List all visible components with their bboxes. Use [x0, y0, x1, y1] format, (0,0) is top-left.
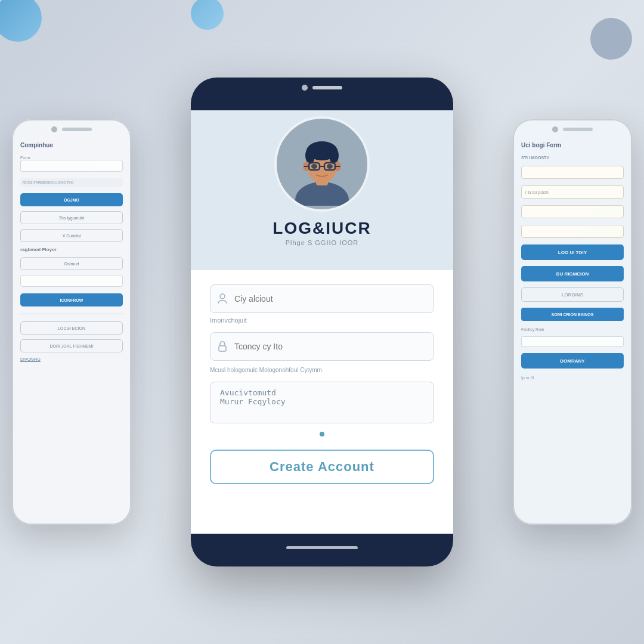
left-description: RCG2 FARBBOIGOU BGO RIO: [20, 178, 123, 187]
right-phone-title: Uci bogi Form: [521, 142, 624, 148]
left-phone-title: Compinhue: [20, 142, 123, 148]
center-bottombar: [191, 534, 453, 566]
center-phone: LOG&IUCR Plhge S GGIIO IOOR Imorivchojui…: [191, 78, 453, 566]
logo-sub-text: Plhge S GGIIO IOOR: [273, 239, 371, 246]
left-field-group: Form: [20, 156, 123, 174]
home-indicator: [286, 546, 358, 549]
username-input-group: [210, 284, 434, 313]
svg-rect-17: [219, 346, 226, 351]
right-input4[interactable]: [521, 225, 624, 238]
center-topbar: [191, 78, 453, 110]
right-phone-header: [513, 119, 632, 137]
left-footer-link[interactable]: DIVONFIG: [20, 357, 123, 361]
dot-indicator: [320, 432, 324, 436]
input-label: Imorivchojuit: [210, 317, 434, 324]
password-input[interactable]: [210, 332, 434, 361]
right-camera: [552, 126, 558, 132]
right-phone: Uci bogi Form STI I MOGSTY r I3 lor pocm…: [513, 119, 632, 525]
left-checkbox-btn: X Curioful: [20, 229, 123, 242]
textarea-label: Mcusl hologomulc Mologonohfoul Cytymm: [210, 367, 434, 373]
right-input1[interactable]: [521, 166, 624, 179]
user-icon: [217, 293, 228, 304]
right-phone-content: Uci bogi Form STI I MOGSTY r I3 lor pocm…: [513, 137, 632, 525]
logo-main-text: LOG&IUCR: [273, 219, 371, 238]
left-speaker: [62, 128, 92, 131]
right-section-label: STI I MOGSTY: [521, 156, 624, 160]
lock-icon: [217, 341, 228, 352]
left-confirm-btn[interactable]: ICONFROW: [20, 293, 123, 306]
left-camera: [51, 126, 57, 132]
left-placeholder1-btn: Ths tygumuht: [20, 211, 123, 224]
left-btn-dgjmo[interactable]: DGJMO: [20, 193, 123, 206]
center-camera: [302, 85, 308, 91]
right-bottom-text: Ip or III: [521, 376, 624, 380]
right-speaker: [563, 128, 593, 131]
center-phone-header: [191, 78, 453, 95]
left-form-label: Form: [20, 156, 123, 160]
left-phone-content: Compinhue Form RCG2 FARBBOIGOU BGO RIO D…: [12, 137, 131, 525]
bio-textarea[interactable]: Avucivtomutd Murur Fcqylocy: [210, 382, 434, 423]
deco-circle-topright: [590, 18, 632, 60]
right-small-input1[interactable]: [521, 336, 624, 347]
avatar-container: [274, 116, 370, 212]
username-input[interactable]: [210, 284, 434, 313]
left-continue-btn[interactable]: Onimurt: [20, 257, 123, 270]
svg-point-5: [305, 147, 315, 164]
right-logins-btn[interactable]: LORGINS: [521, 287, 624, 302]
center-avatar-section: LOG&IUCR Plhge S GGIIO IOOR: [191, 110, 453, 270]
left-section-title: ragbmod Floyor: [20, 247, 123, 252]
logo-area: LOG&IUCR Plhge S GGIIO IOOR: [273, 219, 371, 246]
center-speaker: [312, 86, 342, 89]
password-input-group: [210, 332, 434, 361]
right-input2[interactable]: r I3 lor pocm: [521, 185, 624, 199]
right-field-label: Fodlicy Rule: [521, 327, 624, 332]
right-register-btn[interactable]: BU RIGMCION: [521, 266, 624, 281]
left-loci-btn[interactable]: LOCGI ECION: [20, 321, 123, 335]
deco-circle-blue-top: [191, 0, 224, 30]
right-company-btn[interactable]: DOMRANY: [521, 353, 624, 369]
create-account-button[interactable]: Create Account: [210, 450, 434, 484]
svg-point-14: [311, 164, 317, 169]
left-phone-header: [12, 119, 131, 137]
svg-point-15: [327, 164, 333, 169]
scene: Compinhue Form RCG2 FARBBOIGOU BGO RIO D…: [0, 0, 644, 644]
right-dark-input: SOMI CRION EXINOS: [521, 308, 624, 321]
right-login-btn[interactable]: LOO UI TOIY: [521, 244, 624, 260]
left-phone: Compinhue Form RCG2 FARBBOIGOU BGO RIO D…: [12, 119, 131, 525]
left-form-input[interactable]: [20, 160, 123, 172]
svg-point-6: [329, 147, 339, 164]
svg-point-16: [220, 294, 225, 299]
left-port-btn[interactable]: DORI JORL FISHMEMI: [20, 339, 123, 352]
left-divider: [20, 314, 123, 314]
right-input3[interactable]: [521, 205, 624, 218]
deco-circle-topleft: [0, 0, 42, 42]
left-empty-input[interactable]: [20, 275, 123, 287]
avatar-svg: [280, 122, 364, 206]
center-form-area: Imorivchojuit Mcusl hologomulc Mologonoh…: [191, 270, 453, 534]
